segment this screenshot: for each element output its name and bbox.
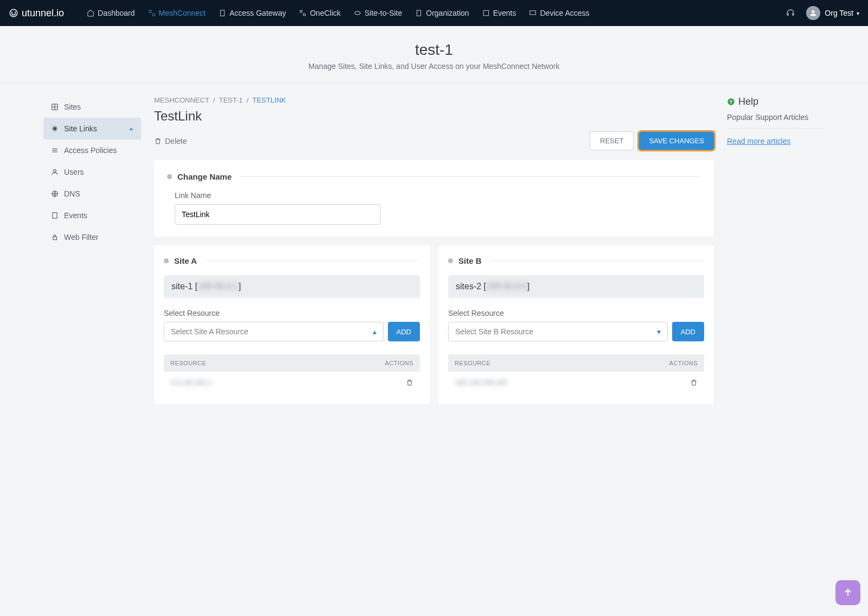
change-name-card: Change Name Link Name bbox=[154, 160, 714, 237]
content-title: TestLink bbox=[154, 109, 714, 124]
svg-point-10 bbox=[812, 10, 815, 13]
svg-rect-2 bbox=[152, 14, 155, 16]
caret-down-icon: ▾ bbox=[857, 10, 859, 16]
help-sub: Popular Support Articles bbox=[727, 113, 825, 122]
page-subtitle: Manage Sites, Site Links, and User Acces… bbox=[0, 62, 868, 71]
table-row: 100.128.246.161 bbox=[448, 372, 704, 393]
sidebar-item-events[interactable]: Events bbox=[43, 205, 141, 226]
nav-events[interactable]: Events bbox=[476, 0, 523, 26]
site-a-resource-select[interactable]: Select Site A Resource▴ bbox=[164, 322, 384, 341]
breadcrumb: MESHCONNECT / TEST-1 / TESTLINK bbox=[154, 96, 714, 104]
svg-text:?: ? bbox=[730, 99, 732, 105]
breadcrumb-test1[interactable]: TEST-1 bbox=[219, 96, 242, 104]
brand-text: utunnel.io bbox=[22, 8, 64, 19]
page-title: test-1 bbox=[0, 41, 868, 59]
breadcrumb-current: TESTLINK bbox=[252, 96, 286, 104]
svg-rect-4 bbox=[301, 10, 303, 12]
action-row: Delete RESET SAVE CHANGES bbox=[154, 131, 714, 150]
site-a-resource-value: 112.36.160.1 bbox=[170, 378, 212, 386]
notebook-icon bbox=[51, 212, 59, 219]
reset-button[interactable]: RESET bbox=[590, 131, 634, 150]
svg-rect-21 bbox=[53, 237, 57, 239]
nav-site-to-site[interactable]: Site-to-Site bbox=[347, 0, 409, 26]
list-icon bbox=[51, 147, 59, 154]
site-a-heading: Site A bbox=[174, 256, 197, 265]
user-icon bbox=[51, 168, 59, 176]
dot-icon bbox=[167, 174, 172, 179]
sidebar: Sites Site Links▸ Access Policies Users … bbox=[43, 96, 141, 404]
sidebar-item-web-filter[interactable]: Web Filter bbox=[43, 226, 141, 248]
page-header: test-1 Manage Sites, Site Links, and Use… bbox=[0, 26, 868, 83]
svg-point-0 bbox=[10, 9, 17, 17]
svg-rect-3 bbox=[220, 10, 224, 16]
site-b-table-head: RESOURCEACTIONS bbox=[448, 354, 704, 372]
dot-icon bbox=[448, 258, 453, 263]
save-changes-button[interactable]: SAVE CHANGES bbox=[639, 132, 714, 150]
table-row: 112.36.160.1 bbox=[164, 372, 420, 393]
site-b-resource-value: 100.128.246.161 bbox=[455, 378, 508, 386]
nav-oneclick[interactable]: OneClick bbox=[292, 0, 347, 26]
delete-button[interactable]: Delete bbox=[154, 137, 187, 145]
site-a-table-head: RESOURCEACTIONS bbox=[164, 354, 420, 372]
site-a-select-label: Select Resource bbox=[164, 309, 420, 317]
dot-icon bbox=[164, 258, 169, 263]
change-name-heading: Change Name bbox=[177, 172, 232, 181]
svg-rect-20 bbox=[53, 213, 57, 219]
user-menu[interactable]: Org Test ▾ bbox=[806, 6, 859, 20]
home-icon bbox=[87, 9, 94, 17]
site-b-heading: Site B bbox=[458, 256, 482, 265]
delete-row-button[interactable] bbox=[406, 379, 413, 386]
site-b-name: sites-2 [100.05.0.0] bbox=[448, 275, 704, 298]
caret-up-icon: ▴ bbox=[373, 327, 376, 336]
breadcrumb-meshconnect[interactable]: MESHCONNECT bbox=[154, 96, 209, 104]
nav-organization[interactable]: Organization bbox=[409, 0, 475, 26]
user-name: Org Test bbox=[825, 9, 853, 17]
brand-icon bbox=[9, 8, 18, 18]
link-icon bbox=[51, 125, 59, 132]
site-a-name: site-1 [100.05.0.1] bbox=[164, 275, 420, 298]
help-icon: ? bbox=[727, 98, 735, 106]
sidebar-item-dns[interactable]: DNS bbox=[43, 183, 141, 205]
brand-logo[interactable]: utunnel.io bbox=[9, 8, 64, 19]
site-a-add-button[interactable]: ADD bbox=[388, 322, 420, 341]
site-a-card: Site A site-1 [100.05.0.1] Select Resour… bbox=[154, 245, 430, 404]
nav-device-access[interactable]: Device Access bbox=[522, 0, 596, 26]
nav-meshconnect[interactable]: MeshConnect bbox=[142, 0, 212, 26]
svg-rect-8 bbox=[483, 10, 488, 15]
sidebar-item-sites[interactable]: Sites bbox=[43, 96, 141, 118]
headset-icon[interactable] bbox=[786, 8, 795, 18]
link-name-label: Link Name bbox=[175, 191, 701, 200]
site-b-select-label: Select Resource bbox=[448, 309, 704, 317]
site-b-add-button[interactable]: ADD bbox=[672, 322, 704, 341]
chevron-right-icon: ▸ bbox=[130, 125, 133, 132]
site-b-resource-select[interactable]: Select Site B Resource▾ bbox=[448, 322, 668, 341]
read-more-link[interactable]: Read more articles bbox=[727, 137, 791, 145]
delete-row-button[interactable] bbox=[690, 379, 698, 386]
sidebar-item-access-policies[interactable]: Access Policies bbox=[43, 139, 141, 161]
arrows-icon bbox=[354, 9, 361, 17]
mesh-icon bbox=[148, 9, 156, 17]
events-icon bbox=[482, 9, 490, 17]
help-sidebar: ?Help Popular Support Articles Read more… bbox=[727, 96, 825, 404]
sidebar-item-users[interactable]: Users bbox=[43, 161, 141, 183]
gateway-icon bbox=[219, 9, 226, 17]
divider bbox=[727, 128, 825, 129]
nav-items: Dashboard MeshConnect Access Gateway One… bbox=[80, 0, 596, 26]
lock-icon bbox=[51, 233, 59, 241]
svg-rect-1 bbox=[149, 10, 151, 12]
globe-icon bbox=[51, 190, 59, 198]
link-name-input[interactable] bbox=[175, 204, 381, 225]
avatar-icon bbox=[806, 6, 820, 20]
building-icon bbox=[415, 9, 423, 17]
nav-dashboard[interactable]: Dashboard bbox=[80, 0, 142, 26]
top-nav: utunnel.io Dashboard MeshConnect Access … bbox=[0, 0, 868, 26]
main-content: MESHCONNECT / TEST-1 / TESTLINK TestLink… bbox=[154, 96, 714, 404]
svg-point-17 bbox=[54, 169, 56, 172]
nav-access-gateway[interactable]: Access Gateway bbox=[212, 0, 292, 26]
caret-down-icon: ▾ bbox=[657, 327, 661, 336]
sidebar-item-site-links[interactable]: Site Links▸ bbox=[43, 118, 141, 139]
trash-icon bbox=[154, 137, 162, 145]
nav-right: Org Test ▾ bbox=[786, 6, 859, 20]
help-heading: ?Help bbox=[727, 96, 825, 107]
site-b-card: Site B sites-2 [100.05.0.0] Select Resou… bbox=[438, 245, 714, 404]
